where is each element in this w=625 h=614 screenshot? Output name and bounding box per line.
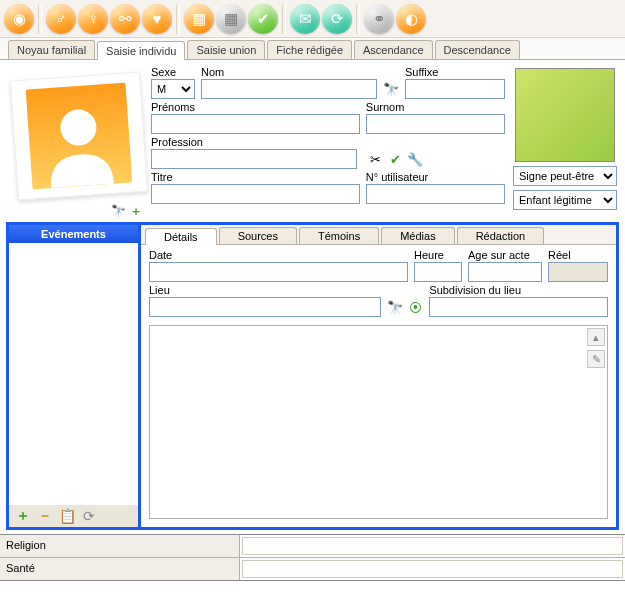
nom-input[interactable] — [201, 79, 377, 99]
events-header: Evénements — [9, 225, 138, 243]
events-list[interactable] — [9, 243, 138, 505]
subtab-temoins[interactable]: Témoins — [299, 227, 379, 244]
refresh-icon[interactable]: ⟳ — [322, 4, 352, 34]
sante-input[interactable] — [242, 560, 623, 578]
subtab-sources[interactable]: Sources — [219, 227, 297, 244]
religion-input[interactable] — [242, 537, 623, 555]
profession-input[interactable] — [151, 149, 357, 169]
refresh-events-icon[interactable]: ⟳ — [81, 508, 97, 524]
lieu-input[interactable] — [149, 297, 381, 317]
photo-tools: 🔭 ＋ — [6, 200, 151, 218]
main-content: 🔭 ＋ Sexe M Nom 🔭 — [0, 60, 625, 614]
binoculars-icon[interactable]: 🔭 — [111, 204, 125, 218]
extra-fields: Religion Santé — [0, 534, 625, 581]
family-icon[interactable]: ⚯ — [110, 4, 140, 34]
tab-saisie-individu[interactable]: Saisie individu — [97, 41, 185, 60]
cut-icon[interactable]: ✂ — [367, 151, 383, 167]
tab-noyau-familial[interactable]: Noyau familial — [8, 40, 95, 59]
event-detail-body: Date Heure Age sur acte Réel — [141, 245, 616, 321]
signature-select[interactable]: Signe peut-être — [513, 166, 617, 186]
suffixe-input[interactable] — [405, 79, 505, 99]
events-panel: Evénements ＋ － 📋 ⟳ Détails Sources Témoi… — [6, 222, 619, 530]
subdivision-label: Subdivision du lieu — [429, 284, 608, 296]
person-photo[interactable] — [9, 72, 147, 201]
titre-input[interactable] — [151, 184, 360, 204]
sante-label: Santé — [0, 558, 240, 580]
lieu-label: Lieu — [149, 284, 381, 296]
prenoms-label: Prénoms — [151, 101, 360, 113]
titre-label: Titre — [151, 171, 360, 183]
sep — [176, 4, 180, 34]
sexe-label: Sexe — [151, 66, 195, 78]
date-label: Date — [149, 249, 408, 261]
calendar-icon[interactable]: ▦ — [184, 4, 214, 34]
clipboard-icon[interactable]: 📋 — [59, 508, 75, 524]
legitimacy-select[interactable]: Enfant légitime — [513, 190, 617, 210]
heart-icon[interactable]: ♥ — [142, 4, 172, 34]
subtab-medias[interactable]: Médias — [381, 227, 454, 244]
reel-label: Réel — [548, 249, 608, 261]
silhouette-icon — [31, 93, 127, 189]
main-toolbar: ◉ ♂ ♀ ⚯ ♥ ▦ ▦ ✔ ✉ ⟳ ⚭ ◐ — [0, 0, 625, 38]
disabled-calendar-icon: ▦ — [216, 4, 246, 34]
profession-label: Profession — [151, 136, 357, 148]
num-utilisateur-input[interactable] — [366, 184, 505, 204]
heure-label: Heure — [414, 249, 462, 261]
tab-fiche-redigee[interactable]: Fiche rédigée — [267, 40, 352, 59]
surnom-input[interactable] — [366, 114, 505, 134]
event-notes-area[interactable]: ▴ ✎ — [149, 325, 608, 519]
religion-label: Religion — [0, 535, 240, 557]
num-utilisateur-label: N° utilisateur — [366, 171, 505, 183]
tab-descendance[interactable]: Descendance — [435, 40, 520, 59]
sep — [356, 4, 360, 34]
main-tab-row: Noyau familial Saisie individu Saisie un… — [0, 38, 625, 60]
edit-notes-icon[interactable]: ✎ — [587, 350, 605, 368]
sep — [38, 4, 42, 34]
subdivision-input[interactable] — [429, 297, 608, 317]
surnom-label: Surnom — [366, 101, 505, 113]
heure-input[interactable] — [414, 262, 462, 282]
notes-side-buttons: ▴ ✎ — [587, 328, 605, 368]
age-label: Age sur acte — [468, 249, 542, 261]
link-icon[interactable]: ⚭ — [364, 4, 394, 34]
events-toolbar: ＋ － 📋 ⟳ — [9, 505, 138, 527]
events-list-pane: Evénements ＋ － 📋 ⟳ — [9, 225, 141, 527]
color-swatch[interactable] — [515, 68, 615, 162]
tab-ascendance[interactable]: Ascendance — [354, 40, 433, 59]
age-input[interactable] — [468, 262, 542, 282]
identity-form-area: 🔭 ＋ Sexe M Nom 🔭 — [0, 60, 625, 220]
right-column: Signe peut-être Enfant légitime — [511, 66, 619, 218]
expand-notes-icon[interactable]: ▴ — [587, 328, 605, 346]
event-subtabs: Détails Sources Témoins Médias Rédaction — [141, 225, 616, 245]
add-event-icon[interactable]: ＋ — [15, 508, 31, 524]
date-input[interactable] — [149, 262, 408, 282]
reel-display — [548, 262, 608, 282]
man-icon[interactable]: ♂ — [46, 4, 76, 34]
sep — [282, 4, 286, 34]
svg-point-0 — [59, 108, 97, 146]
remove-event-icon[interactable]: － — [37, 508, 53, 524]
check-icon[interactable]: ✔ — [248, 4, 278, 34]
search-name-icon[interactable]: 🔭 — [383, 81, 399, 97]
prenoms-input[interactable] — [151, 114, 360, 134]
add-photo-icon[interactable]: ＋ — [129, 204, 143, 218]
subtab-redaction[interactable]: Rédaction — [457, 227, 545, 244]
person-icon[interactable]: ◉ — [4, 4, 34, 34]
mail-icon[interactable]: ✉ — [290, 4, 320, 34]
search-place-icon[interactable]: 🔭 — [387, 299, 403, 315]
validate-icon[interactable]: ✔ — [387, 151, 403, 167]
event-detail-pane: Détails Sources Témoins Médias Rédaction… — [141, 225, 616, 527]
identity-form: Sexe M Nom 🔭 Suffixe — [151, 66, 511, 218]
globe-icon[interactable]: ◐ — [396, 4, 426, 34]
key-icon[interactable]: 🔧 — [407, 151, 423, 167]
suffixe-label: Suffixe — [405, 66, 505, 78]
map-place-icon[interactable]: ⦿ — [407, 299, 423, 315]
sexe-select[interactable]: M — [151, 79, 195, 99]
photo-column: 🔭 ＋ — [6, 66, 151, 218]
subtab-details[interactable]: Détails — [145, 228, 217, 245]
tab-saisie-union[interactable]: Saisie union — [187, 40, 265, 59]
woman-icon[interactable]: ♀ — [78, 4, 108, 34]
nom-label: Nom — [201, 66, 377, 78]
